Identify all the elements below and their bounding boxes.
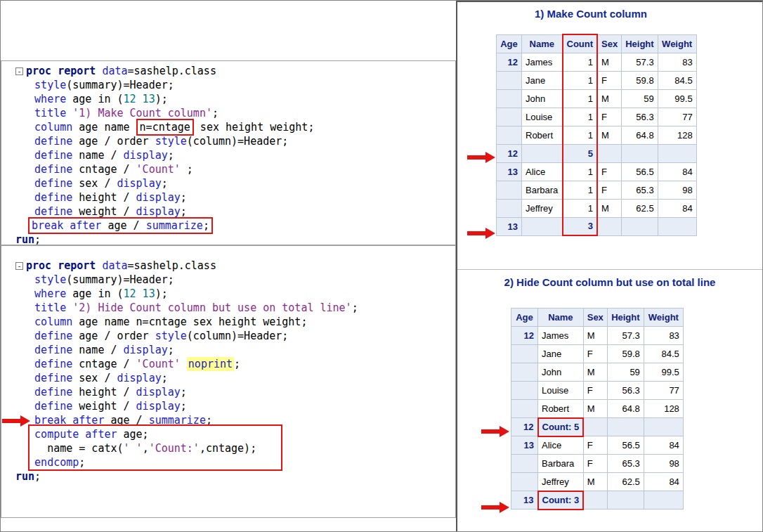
table-cell: 64.8 bbox=[622, 126, 658, 144]
code-token: age / bbox=[104, 414, 148, 427]
code-token: '1) Make Count column' bbox=[72, 107, 212, 119]
table-row: 13Alice1F56.584 bbox=[497, 162, 697, 181]
code-line: where age in (12 13); bbox=[15, 92, 455, 106]
code-token bbox=[181, 358, 187, 370]
code-token: break after bbox=[32, 219, 101, 232]
code-token bbox=[15, 149, 34, 162]
code-token: n=cntage bbox=[140, 121, 190, 134]
summary-row: 133 bbox=[497, 217, 697, 235]
code-token bbox=[66, 107, 72, 119]
code-line: define sex / display; bbox=[15, 371, 455, 385]
code-editor-pane: -proc report data=sashelp.class style(su… bbox=[1, 1, 456, 532]
table-cell: 1 bbox=[563, 199, 598, 217]
table-cell: Jane bbox=[522, 71, 563, 89]
table-cell: 1 bbox=[563, 162, 598, 181]
table-cell: M bbox=[597, 126, 622, 144]
table-cell: 84 bbox=[644, 473, 683, 491]
column-header: Age bbox=[511, 309, 538, 327]
code-token bbox=[66, 301, 72, 314]
code-token: 'Count' bbox=[136, 358, 181, 370]
table-cell: F bbox=[583, 382, 607, 400]
code-token bbox=[15, 428, 34, 441]
table-cell: 77 bbox=[644, 382, 683, 400]
output-table-2-wrap: AgeNameSexHeightWeight12JamesM57.383Jane… bbox=[511, 308, 684, 510]
table-cell: M bbox=[597, 199, 622, 217]
table-cell: 59 bbox=[607, 363, 644, 382]
table-cell bbox=[644, 418, 683, 436]
code-token: define bbox=[34, 400, 72, 413]
code-line: break after age / summarize; bbox=[15, 219, 455, 233]
table-cell: 13 bbox=[497, 217, 522, 235]
code-token: name = catx( bbox=[15, 442, 124, 455]
output-title-2: 2) Hide Count column but use on total li… bbox=[457, 276, 762, 288]
code-token: data bbox=[102, 65, 127, 77]
collapse-toggle-icon[interactable]: - bbox=[15, 67, 23, 75]
table-cell: 57.3 bbox=[607, 327, 644, 345]
table-cell: 99.5 bbox=[644, 363, 683, 382]
code-line: define height / display; bbox=[15, 385, 455, 399]
table-cell: 98 bbox=[658, 181, 696, 199]
code-token: define bbox=[34, 372, 72, 384]
table-cell bbox=[497, 71, 522, 89]
column-header: Weight bbox=[644, 309, 683, 327]
code-token bbox=[15, 107, 34, 119]
table-cell: 98 bbox=[644, 455, 683, 473]
code-token: noprint bbox=[187, 357, 234, 371]
code-token: define bbox=[34, 163, 72, 176]
code-line: define name / display; bbox=[15, 148, 455, 162]
table-cell: 128 bbox=[658, 126, 696, 144]
table-cell bbox=[497, 181, 522, 199]
code-line: run; bbox=[15, 469, 455, 484]
table-cell: 57.3 bbox=[622, 53, 658, 71]
code-token: break after bbox=[34, 414, 104, 427]
code-token: style bbox=[34, 79, 66, 91]
table-cell: 62.5 bbox=[607, 473, 644, 491]
summary-row: 125 bbox=[497, 144, 697, 162]
code-token bbox=[15, 287, 34, 300]
table-row: 12JamesM57.383 bbox=[511, 327, 684, 345]
code-token: summarize bbox=[149, 414, 206, 427]
code-token: display bbox=[117, 372, 162, 384]
table-cell: M bbox=[583, 363, 607, 382]
code-token: display bbox=[124, 344, 168, 356]
code-token bbox=[15, 121, 34, 134]
code-token: define bbox=[34, 205, 72, 218]
arrow-head-icon bbox=[500, 502, 509, 513]
table-cell bbox=[597, 217, 622, 235]
code-token: name / bbox=[72, 149, 123, 162]
code-token bbox=[15, 93, 34, 105]
code-block-2[interactable]: -proc report data=sashelp.class style(su… bbox=[1, 245, 456, 518]
table-row: John1M5999.5 bbox=[497, 89, 697, 108]
code-block-1[interactable]: -proc report data=sashelp.class style(su… bbox=[1, 60, 456, 245]
code-token bbox=[15, 191, 34, 204]
code-token: age; bbox=[117, 428, 149, 441]
table-cell: 13 bbox=[511, 491, 538, 510]
table-cell bbox=[511, 382, 538, 400]
code-token: age / order bbox=[72, 135, 155, 148]
code-token: title bbox=[34, 107, 66, 119]
code-token: sex height weight; bbox=[194, 121, 315, 134]
collapse-toggle-icon[interactable]: - bbox=[15, 262, 23, 270]
table-cell: Alice bbox=[522, 162, 563, 181]
column-header: Count bbox=[563, 34, 598, 53]
arrow-head-icon bbox=[500, 426, 509, 437]
code-token: ; bbox=[181, 205, 187, 218]
table-cell bbox=[511, 455, 538, 473]
table-cell: 128 bbox=[644, 400, 683, 418]
code-token: age / bbox=[101, 219, 145, 232]
table-row: 13AliceF56.584 bbox=[511, 436, 684, 455]
table-cell bbox=[497, 126, 522, 144]
column-header: Height bbox=[607, 309, 644, 327]
table-cell bbox=[622, 144, 658, 162]
code-token: , bbox=[143, 442, 149, 455]
code-token bbox=[15, 219, 28, 232]
code-line: run; bbox=[15, 233, 455, 245]
table-cell bbox=[497, 89, 522, 108]
table-cell: 84 bbox=[658, 199, 696, 217]
table-cell bbox=[511, 363, 538, 382]
code-token: ; bbox=[181, 400, 187, 413]
table-cell: 12 bbox=[497, 144, 522, 162]
red-arrow-break-after bbox=[2, 415, 30, 427]
code-token bbox=[15, 316, 34, 328]
code-token: weight / bbox=[72, 205, 136, 218]
